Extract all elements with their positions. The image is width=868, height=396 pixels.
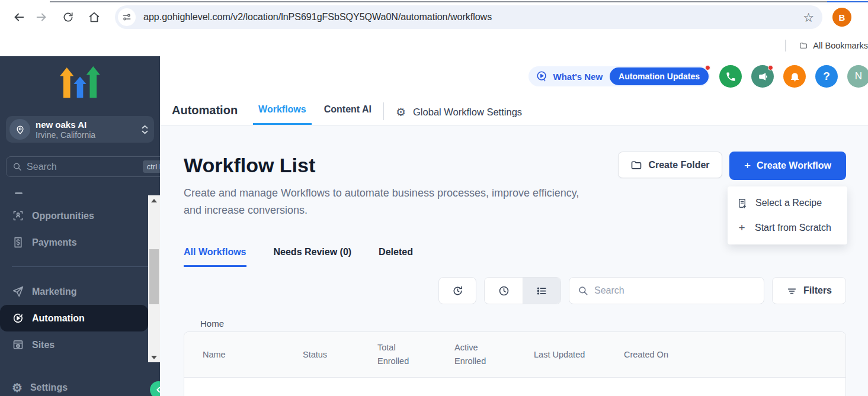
column-header-total-enrolled: Total Enrolled [377,341,454,368]
sidebar-item-payments[interactable]: Payments [0,229,160,256]
truncated-item-above [15,192,23,194]
location-city: Irvine, California [36,130,142,140]
filters-button[interactable]: Filters [772,277,846,304]
sidebar-search-row: ctrl K [6,156,155,177]
view-toggle-list[interactable] [523,278,560,304]
header-actions-row: What's New Automation Updates [529,65,868,88]
notification-dot [768,65,773,70]
site-info-button[interactable] [118,8,136,26]
scrollbar-down-arrow[interactable] [148,352,160,362]
plus-icon: + [744,159,751,172]
sidebar-item-sites[interactable]: Sites [0,331,160,358]
sidebar-scrollbar[interactable] [148,195,160,362]
marketing-icon [12,285,24,298]
recipe-document-icon [736,198,748,209]
gohighlevel-workflows-page: app.gohighlevel.com/v2/location/lnPS691g… [0,0,868,396]
menu-item-start-from-scratch[interactable]: + Start from Scratch [728,215,847,240]
create-workflow-button[interactable]: + Create Workflow [729,152,846,180]
list-toolbar: Filters [184,277,846,304]
view-toggle [484,277,561,304]
location-switcher-chevrons [142,125,148,134]
workflow-list-tabs: All Workflows Needs Review (0) Deleted [184,247,846,267]
view-toggle-recent[interactable] [485,278,523,304]
all-bookmarks-button[interactable]: All Bookmarks [785,34,868,56]
notifications-button[interactable] [783,65,806,88]
tab-workflows[interactable]: Workflows [253,104,312,125]
whats-new-button[interactable]: What's New Automation Updates [529,66,710,86]
tab-content-ai[interactable]: Content AI [319,104,377,125]
browser-back-button[interactable] [10,8,28,26]
sidebar-divider [12,266,149,267]
url-text[interactable]: app.gohighlevel.com/v2/location/lnPS691g… [143,12,803,22]
all-bookmarks-label: All Bookmarks [813,41,868,50]
workflow-search-box[interactable] [569,277,764,304]
scrollbar-up-arrow[interactable] [148,195,160,205]
create-workflow-dropdown: Select a Recipe + Start from Scratch [728,186,847,244]
tab-needs-review[interactable]: Needs Review (0) [274,247,352,267]
filters-label: Filters [803,285,832,296]
main-header: What's New Automation Updates [160,56,868,125]
sidebar-search-box[interactable]: ctrl K [6,156,160,177]
help-button[interactable]: ? [815,65,838,88]
notification-dot [705,65,710,70]
sites-icon [12,339,24,351]
history-button[interactable] [438,277,476,304]
breadcrumb-home[interactable]: Home [200,318,846,329]
workflow-search-input[interactable] [594,285,755,296]
tab-deleted[interactable]: Deleted [379,247,413,267]
list-view-icon [536,285,548,297]
tab-all-workflows[interactable]: All Workflows [184,247,246,267]
column-header-created-on: Created On [624,348,845,362]
automation-updates-badge[interactable]: Automation Updates [610,67,709,85]
chevron-down-icon [142,130,148,134]
workflow-list-content: Workflow List Create and manage Workflow… [160,125,868,396]
phone-button[interactable] [719,65,742,88]
menu-item-select-recipe[interactable]: Select a Recipe [728,191,847,215]
page-subtitle: Create and manage Workflows to automate … [184,185,598,219]
opportunities-icon [12,210,24,222]
page-actions: Create Folder + Create Workflow [618,152,846,180]
plus-icon: + [736,221,747,234]
menu-item-label: Start from Scratch [755,223,831,233]
browser-home-button[interactable] [85,8,103,26]
refresh-icon [62,11,74,23]
sidebar-item-label: Automation [32,313,85,324]
column-header-active-enrolled: Active Enrolled [454,341,534,368]
sidebar-item-opportunities[interactable]: Opportunities [0,202,160,229]
bookmarks-folder-icon [799,40,808,51]
browser-profile-avatar[interactable]: B [832,8,851,27]
browser-refresh-button[interactable] [59,8,77,26]
announcements-button[interactable] [751,65,774,88]
sidebar: new oaks AI Irvine, California ctrl K [0,56,160,396]
sidebar-item-automation[interactable]: Automation [0,305,148,331]
column-header-status: Status [303,348,377,362]
create-workflow-label: Create Workflow [757,160,831,171]
chevron-left-icon [155,386,160,394]
sidebar-search-input[interactable] [27,162,143,172]
browser-forward-button[interactable] [33,8,50,26]
search-icon [12,162,22,172]
history-icon [451,285,464,297]
column-header-name: Name [203,348,303,362]
sidebar-item-settings[interactable]: ⚙ Settings [0,374,160,396]
scrollbar-thumb[interactable] [149,249,159,304]
address-bar[interactable]: app.gohighlevel.com/v2/location/lnPS691g… [115,5,822,29]
user-avatar[interactable]: N [847,65,868,88]
location-name: new oaks AI [36,119,142,130]
window-top-edge-accent [827,1,868,2]
gear-icon: ⚙ [396,107,406,118]
chevron-up-icon [142,125,148,129]
bookmark-star-icon[interactable]: ☆ [803,11,814,24]
sidebar-item-label: Payments [32,237,77,248]
window-top-edge [50,1,827,2]
sidebar-item-label: Marketing [32,286,77,297]
clock-icon [498,285,510,297]
whats-new-label: What's New [553,72,603,82]
column-header-last-updated: Last Updated [534,348,624,362]
global-workflow-settings-link[interactable]: ⚙ Global Workflow Settings [396,107,522,125]
browser-toolbar: app.gohighlevel.com/v2/location/lnPS691g… [0,0,868,34]
create-folder-button[interactable]: Create Folder [618,152,722,178]
location-switcher[interactable]: new oaks AI Irvine, California [6,116,154,143]
sidebar-item-marketing[interactable]: Marketing [0,278,160,305]
sidebar-nav: Opportunities Payments Marketing Automat… [0,192,160,396]
